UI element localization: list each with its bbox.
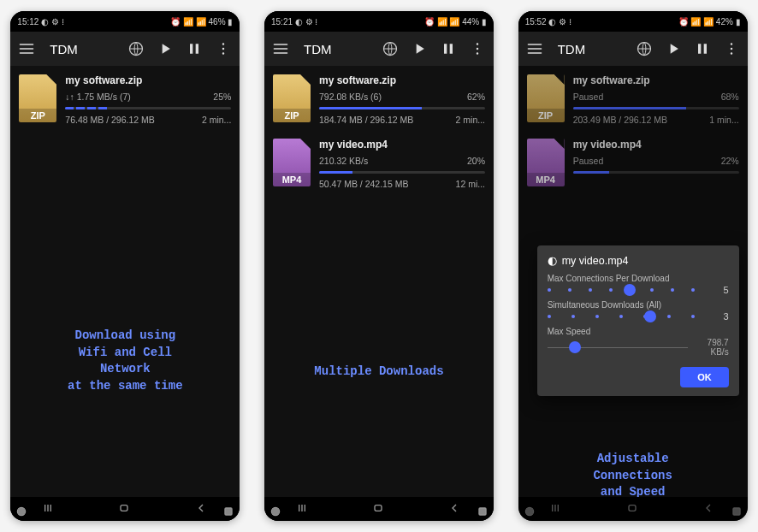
- download-percent: 25%: [213, 92, 231, 102]
- phone-screenshot-2: 15:21 ◐ ⚙ ⁞ ⏰ 📶 📶 44% ▮ TDM ZIP my softw…: [264, 11, 494, 521]
- slider-track[interactable]: [548, 315, 695, 318]
- nav-bar: [518, 497, 748, 521]
- download-eta: 12 mi...: [456, 179, 485, 189]
- download-progress: [319, 171, 485, 174]
- file-ext: ZIP: [19, 109, 56, 122]
- slider[interactable]: 798.7KB/s: [548, 338, 729, 357]
- content-area: ZIP my software.zip 792.08 KB/s (6) 62% …: [264, 66, 494, 497]
- menu-icon[interactable]: [269, 38, 292, 60]
- download-name: my video.mp4: [319, 139, 485, 151]
- screenshot-corner-icon[interactable]: [524, 505, 536, 517]
- status-time: 15:12 ◐ ⚙ ⁞: [17, 17, 63, 27]
- download-percent: 62%: [467, 92, 485, 102]
- file-ext: MP4: [273, 173, 311, 186]
- slider-label: Max Speed: [548, 327, 729, 336]
- more-icon[interactable]: [720, 38, 743, 60]
- nav-home-icon[interactable]: [117, 501, 133, 517]
- nav-recents-icon[interactable]: [548, 501, 564, 517]
- nav-back-icon[interactable]: [702, 501, 717, 517]
- download-name: my software.zip: [65, 74, 231, 86]
- status-bar: 15:12 ◐ ⚙ ⁞ ⏰ 📶 📶 46% ▮: [10, 11, 240, 32]
- status-bar: 15:21 ◐ ⚙ ⁞ ⏰ 📶 📶 44% ▮: [264, 11, 494, 32]
- svg-point-1: [18, 507, 26, 515]
- nav-bar: [264, 497, 494, 521]
- app-title: TDM: [558, 42, 586, 56]
- download-speed: 210.32 KB/s: [319, 156, 368, 166]
- nav-home-icon[interactable]: [625, 501, 641, 517]
- dialog-row: Max Connections Per Download 5: [548, 274, 729, 295]
- svg-rect-7: [479, 508, 486, 515]
- dialog-row: Max Speed 798.7KB/s: [548, 327, 729, 357]
- download-speed: ↓↑ 1.75 MB/s (7): [65, 92, 130, 102]
- ok-button[interactable]: OK: [680, 367, 729, 387]
- slider-track[interactable]: [548, 288, 695, 292]
- slider-thumb[interactable]: [569, 341, 581, 353]
- download-speed: 792.08 KB/s (6): [319, 92, 382, 102]
- pause-icon[interactable]: [691, 38, 714, 60]
- svg-rect-11: [733, 508, 740, 515]
- feature-caption: Download using Wifi and Cell Network at …: [10, 328, 240, 394]
- globe-icon[interactable]: [125, 38, 147, 60]
- slider[interactable]: 3: [548, 311, 729, 322]
- more-icon[interactable]: [466, 38, 489, 60]
- status-time: 15:21 ◐ ⚙ ⁞: [271, 17, 317, 27]
- screenshot-corner-icon[interactable]: [269, 505, 281, 517]
- status-icons: ⏰ 📶 📶 46% ▮: [170, 17, 233, 27]
- download-size: 184.74 MB / 296.12 MB: [319, 115, 413, 125]
- globe-icon[interactable]: [633, 38, 655, 60]
- download-name: my software.zip: [319, 74, 485, 86]
- nav-recents-icon[interactable]: [295, 501, 311, 517]
- slider-thumb[interactable]: [644, 310, 656, 322]
- phone-screenshot-3: 15:52 ◐ ⚙ ⁞ ⏰ 📶 📶 42% ▮ TDM ZIP my softw…: [518, 11, 748, 521]
- pause-icon[interactable]: [437, 38, 459, 60]
- pause-icon[interactable]: [183, 38, 205, 60]
- download-eta: 2 min...: [456, 115, 485, 125]
- download-progress: [65, 107, 231, 109]
- more-icon[interactable]: [212, 38, 234, 60]
- screenshot-corner-icon[interactable]: [15, 505, 27, 517]
- download-info: my software.zip 792.08 KB/s (6) 62% 184.…: [319, 74, 485, 125]
- slider[interactable]: 5: [548, 285, 729, 295]
- nav-back-icon[interactable]: [447, 501, 463, 517]
- slider-unit: 798.7KB/s: [696, 338, 729, 357]
- download-size: 76.48 MB / 296.12 MB: [65, 115, 154, 125]
- content-area: ZIP my software.zip Paused 68% 203.49 MB…: [518, 66, 748, 497]
- menu-icon[interactable]: [524, 38, 546, 60]
- screenshot-share-icon[interactable]: [222, 505, 234, 517]
- settings-dialog: ◐ my video.mp4 Max Connections Per Downl…: [537, 245, 739, 396]
- nav-recents-icon[interactable]: [41, 501, 56, 517]
- slider-label: Simultaneous Downloads (All): [548, 300, 729, 310]
- screenshot-share-icon[interactable]: [731, 505, 743, 517]
- feature-caption: Multiple Downloads: [264, 364, 494, 381]
- nav-bar: [10, 497, 240, 521]
- download-row[interactable]: ZIP my software.zip 792.08 KB/s (6) 62% …: [264, 66, 494, 130]
- download-info: my software.zip ↓↑ 1.75 MB/s (7) 25% 76.…: [65, 74, 231, 125]
- file-mp4-icon: MP4: [273, 139, 311, 186]
- download-row[interactable]: ZIP my software.zip ↓↑ 1.75 MB/s (7) 25%…: [10, 66, 240, 130]
- download-info: my video.mp4 210.32 KB/s 20% 50.47 MB / …: [319, 139, 485, 189]
- status-icons: ⏰ 📶 📶 42% ▮: [678, 17, 741, 27]
- file-ext: ZIP: [273, 109, 311, 122]
- slider-track[interactable]: [548, 346, 688, 349]
- feature-caption: Adjustable Connections and Speed: [518, 451, 748, 497]
- dialog-title: ◐ my video.mp4: [548, 254, 729, 267]
- svg-rect-3: [225, 508, 232, 515]
- gauge-icon: ◐: [548, 254, 557, 267]
- nav-back-icon[interactable]: [194, 501, 210, 517]
- slider-thumb[interactable]: [624, 284, 636, 296]
- content-area: ZIP my software.zip ↓↑ 1.75 MB/s (7) 25%…: [10, 66, 240, 497]
- screenshot-share-icon[interactable]: [477, 505, 489, 517]
- download-row[interactable]: MP4 my video.mp4 210.32 KB/s 20% 50.47 M…: [264, 130, 494, 194]
- svg-point-9: [525, 507, 533, 515]
- globe-icon[interactable]: [379, 38, 401, 60]
- play-icon[interactable]: [154, 38, 176, 60]
- slider-value: 5: [703, 285, 729, 295]
- app-title: TDM: [304, 42, 332, 56]
- menu-icon[interactable]: [15, 38, 38, 60]
- svg-rect-10: [629, 505, 636, 511]
- nav-home-icon[interactable]: [371, 501, 387, 517]
- play-icon[interactable]: [408, 38, 430, 60]
- svg-point-5: [271, 507, 279, 515]
- download-eta: 2 min...: [202, 115, 231, 125]
- play-icon[interactable]: [662, 38, 684, 60]
